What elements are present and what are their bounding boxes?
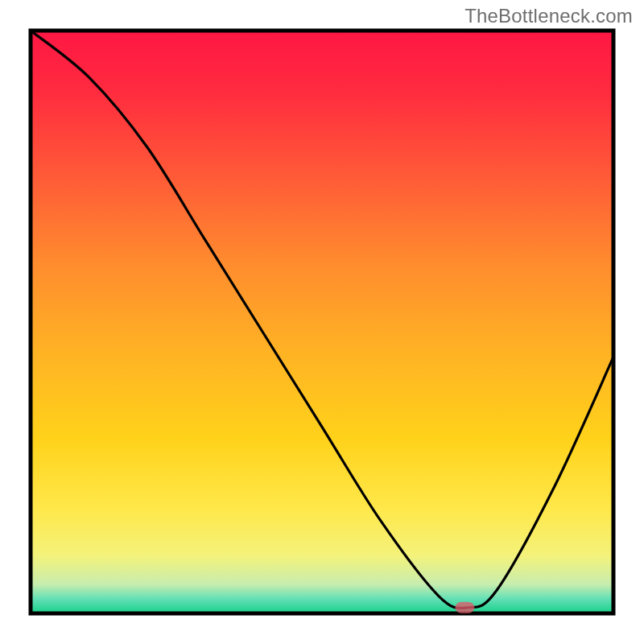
bottleneck-chart: TheBottleneck.com — [0, 0, 644, 644]
watermark-label: TheBottleneck.com — [464, 5, 633, 27]
plot-background — [31, 31, 613, 613]
optimum-marker — [455, 602, 474, 613]
chart-svg — [0, 0, 644, 644]
